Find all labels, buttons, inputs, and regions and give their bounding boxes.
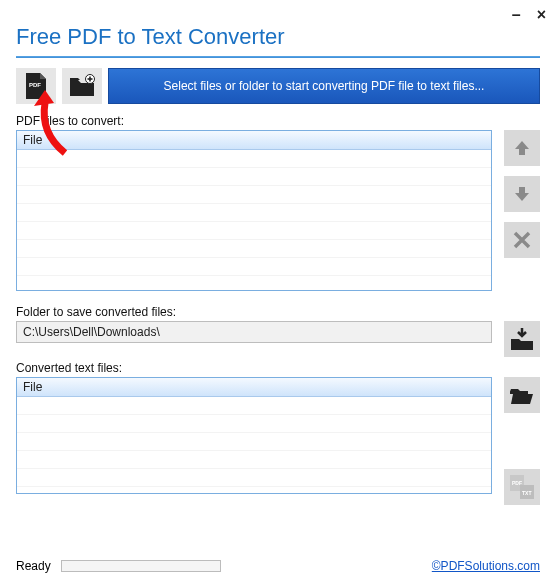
arrow-down-icon	[512, 184, 532, 204]
output-list-body[interactable]	[17, 397, 491, 493]
arrow-up-icon	[512, 138, 532, 158]
app-title: Free PDF to Text Converter	[16, 24, 540, 50]
source-file-list[interactable]: File	[16, 130, 492, 291]
browse-folder-button[interactable]	[504, 321, 540, 357]
move-down-button[interactable]	[504, 176, 540, 212]
pdf-to-txt-icon: PDF TXT	[509, 474, 535, 500]
folder-label: Folder to save converted files:	[16, 305, 540, 319]
convert-button[interactable]: PDF TXT	[504, 469, 540, 505]
source-list-body[interactable]	[17, 150, 491, 290]
output-label: Converted text files:	[16, 361, 540, 375]
status-bar: Ready ©PDFSolutions.com	[16, 559, 540, 573]
open-folder-button[interactable]	[504, 377, 540, 413]
source-label: PDF files to convert:	[16, 114, 540, 128]
source-column-file[interactable]: File	[17, 131, 491, 150]
title-divider	[16, 56, 540, 58]
minimize-button[interactable]: –	[512, 6, 521, 24]
svg-text:TXT: TXT	[522, 490, 531, 496]
output-folder-field[interactable]	[16, 321, 492, 343]
footer-link[interactable]: ©PDFSolutions.com	[432, 559, 540, 573]
folder-open-icon	[510, 385, 534, 405]
output-column-file[interactable]: File	[17, 378, 491, 397]
select-files-button[interactable]: Select files or folder to start converti…	[108, 68, 540, 104]
progress-bar	[61, 560, 221, 572]
status-text: Ready	[16, 559, 51, 573]
svg-text:PDF: PDF	[29, 82, 41, 88]
toolbar: PDF Select files or folder to start conv…	[16, 68, 540, 104]
move-up-button[interactable]	[504, 130, 540, 166]
add-pdf-file-button[interactable]: PDF	[16, 68, 56, 104]
remove-button[interactable]	[504, 222, 540, 258]
close-button[interactable]: ×	[537, 6, 546, 24]
folder-plus-icon	[69, 74, 95, 98]
x-icon	[513, 231, 531, 249]
folder-download-icon	[510, 327, 534, 351]
output-file-list[interactable]: File	[16, 377, 492, 494]
add-folder-button[interactable]	[62, 68, 102, 104]
pdf-file-icon: PDF	[24, 73, 48, 99]
